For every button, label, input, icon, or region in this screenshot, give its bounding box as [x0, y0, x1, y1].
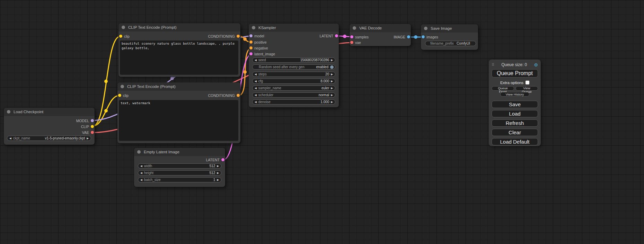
decrement-arrow-icon[interactable]: ◀ — [255, 94, 257, 97]
prompt-textarea[interactable]: text, watermark — [119, 100, 238, 141]
link-midpoint-dot — [243, 37, 247, 41]
ckpt-name-widget[interactable]: ◀ ckpt_name v1-5-pruned-emaonly.ckpt ▶ — [7, 136, 91, 141]
widget-label: seed — [258, 58, 266, 62]
widget-label: ckpt_name — [13, 136, 30, 140]
latent-port-dot[interactable] — [249, 52, 253, 55]
model-port-dot[interactable] — [91, 119, 94, 122]
collapse-dot-icon[interactable] — [7, 110, 10, 114]
conditioning-port-dot[interactable] — [237, 35, 240, 38]
collapse-dot-icon[interactable] — [353, 26, 356, 30]
conditioning-port-dot[interactable] — [249, 40, 253, 44]
extra-options-checkbox[interactable] — [526, 81, 529, 84]
toggle-dot-icon[interactable] — [330, 65, 334, 69]
decrement-arrow-icon[interactable]: ◀ — [140, 165, 142, 168]
node-empty-latent-image[interactable]: Empty Latent Image LATENT ◀ width 512 ▶ … — [134, 148, 225, 187]
increment-arrow-icon[interactable]: ▶ — [331, 73, 333, 76]
increment-arrow-icon[interactable]: ▶ — [217, 172, 219, 174]
settings-gear-icon[interactable]: ⚙ — [534, 63, 538, 67]
batch-size-widget[interactable]: ◀ batch_size 1 ▶ — [138, 177, 221, 182]
view-history-button[interactable]: View History — [500, 92, 529, 97]
decrement-arrow-icon[interactable]: ◀ — [255, 80, 257, 83]
clear-button[interactable]: Clear — [492, 129, 538, 136]
drag-handle-icon[interactable]: ⠿ — [492, 63, 494, 67]
collapse-dot-icon[interactable] — [121, 85, 124, 88]
load-button[interactable]: Load — [492, 110, 538, 117]
denoise-widget[interactable]: ◀ denoise 1.000 ▶ — [252, 99, 335, 105]
increment-arrow-icon[interactable]: ▶ — [331, 80, 333, 83]
sampler-name-widget[interactable]: ◀ sampler_name euler ▶ — [252, 85, 335, 91]
decrement-arrow-icon[interactable]: ◀ — [255, 87, 257, 90]
node-save-image[interactable]: Save Image images filename_prefix ComfyU… — [421, 24, 478, 50]
cfg-widget[interactable]: ◀ cfg 8.000 ▶ — [252, 79, 335, 84]
latent-port-dot[interactable] — [350, 35, 353, 38]
random-seed-toggle-widget[interactable]: Random seed after every gen enabled — [252, 64, 335, 70]
conditioning-port-dot[interactable] — [237, 94, 240, 97]
prompt-textarea[interactable]: beautiful scenery nature glass bottle la… — [120, 40, 238, 75]
increment-arrow-icon[interactable]: ▶ — [331, 101, 333, 103]
load-default-button[interactable]: Load Default — [492, 138, 538, 145]
node-titlebar[interactable]: KSampler — [249, 24, 339, 32]
node-titlebar[interactable]: CLIP Text Encode (Prompt) — [117, 82, 240, 91]
refresh-button[interactable]: Refresh — [492, 119, 538, 127]
filename-prefix-widget[interactable]: filename_prefix ComfyUI — [425, 41, 476, 46]
steps-widget[interactable]: ◀ steps 20 ▶ — [252, 72, 335, 77]
decrement-arrow-icon[interactable]: ◀ — [255, 59, 257, 62]
decrement-arrow-icon[interactable]: ◀ — [140, 172, 142, 174]
image-port-dot[interactable] — [422, 35, 425, 38]
save-button[interactable]: Save — [492, 101, 538, 108]
increment-arrow-icon[interactable]: ▶ — [331, 59, 333, 62]
width-widget[interactable]: ◀ width 512 ▶ — [138, 163, 221, 169]
increment-arrow-icon[interactable]: ▶ — [87, 137, 89, 140]
widget-label: scheduler — [258, 93, 273, 97]
node-titlebar[interactable]: Empty Latent Image — [134, 148, 225, 156]
collapse-dot-icon[interactable] — [122, 26, 125, 29]
queue-front-button[interactable]: Queue Front — [492, 86, 514, 91]
conditioning-port-dot[interactable] — [249, 46, 253, 49]
decrement-arrow-icon[interactable]: ◀ — [255, 101, 257, 103]
widget-label: width — [144, 164, 152, 168]
decrement-arrow-icon[interactable]: ◀ — [255, 73, 257, 76]
node-load-checkpoint[interactable]: Load Checkpoint MODEL CLIP VAE ◀ ckpt_na… — [4, 108, 95, 145]
increment-arrow-icon[interactable]: ▶ — [217, 179, 219, 181]
node-titlebar[interactable]: CLIP Text Encode (Prompt) — [118, 23, 240, 31]
node-titlebar[interactable]: Load Checkpoint — [4, 108, 95, 116]
decrement-arrow-icon[interactable]: ◀ — [140, 179, 142, 181]
latent-port-dot[interactable] — [335, 34, 338, 37]
latent-port-dot[interactable] — [221, 158, 224, 161]
port-label: samples — [355, 35, 369, 39]
node-clip-text-encode-positive[interactable]: CLIP Text Encode (Prompt) clip CONDITION… — [118, 23, 240, 77]
clip-port-dot[interactable] — [119, 35, 122, 38]
node-title: CLIP Text Encode (Prompt) — [127, 84, 176, 89]
scheduler-widget[interactable]: ◀ scheduler normal ▶ — [252, 92, 335, 98]
node-clip-text-encode-negative[interactable]: CLIP Text Encode (Prompt) clip CONDITION… — [117, 82, 240, 143]
output-model: MODEL — [76, 118, 94, 123]
vae-port-dot[interactable] — [91, 131, 94, 134]
increment-arrow-icon[interactable]: ▶ — [331, 87, 333, 90]
image-port-dot[interactable] — [407, 35, 410, 38]
decrement-arrow-icon[interactable]: ◀ — [9, 137, 11, 140]
seed-widget[interactable]: ◀ seed 156680208700286 ▶ — [252, 57, 335, 63]
port-label: positive — [254, 40, 267, 44]
collapse-dot-icon[interactable] — [252, 26, 255, 29]
clip-port-dot[interactable] — [91, 125, 94, 128]
node-title: Load Checkpoint — [14, 110, 43, 114]
node-titlebar[interactable]: Save Image — [421, 24, 478, 33]
widget-label: height — [144, 171, 153, 175]
collapse-dot-icon[interactable] — [424, 27, 427, 30]
clip-port-dot[interactable] — [118, 94, 121, 97]
vae-port-dot[interactable] — [350, 41, 353, 44]
collapse-dot-icon[interactable] — [137, 150, 141, 154]
node-vae-decode[interactable]: VAE Decode samples vae IMAGE — [350, 24, 411, 46]
increment-arrow-icon[interactable]: ▶ — [331, 94, 333, 97]
node-ksampler[interactable]: KSampler model positive negative latent_… — [249, 24, 339, 107]
increment-arrow-icon[interactable]: ▶ — [217, 165, 219, 168]
link-midpoint-dot — [104, 80, 108, 83]
queue-prompt-button[interactable]: Queue Prompt — [492, 69, 538, 78]
output-latent: LATENT — [320, 34, 338, 38]
view-queue-button[interactable]: View Queue — [515, 86, 538, 91]
node-titlebar[interactable]: VAE Decode — [350, 24, 411, 32]
height-widget[interactable]: ◀ height 512 ▶ — [138, 170, 221, 175]
input-samples: samples — [350, 35, 369, 39]
model-port-dot[interactable] — [249, 34, 253, 37]
link-midpoint-dot — [414, 35, 417, 39]
